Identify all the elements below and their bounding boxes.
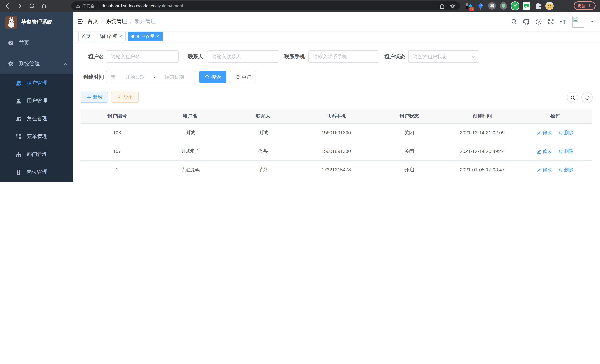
address-bar[interactable]: 不安全 dashboard.yudao.iocoder.cn/system/te… xyxy=(71,1,460,10)
gear-icon xyxy=(8,61,14,67)
cell-contact: 秃头 xyxy=(226,142,300,160)
help-icon[interactable] xyxy=(535,18,542,25)
contact-input[interactable] xyxy=(207,50,279,63)
header-search-icon[interactable] xyxy=(511,18,517,25)
tenant-name-label: 租户名 xyxy=(78,50,104,63)
breadcrumb-item-home[interactable]: 首页 xyxy=(88,18,98,25)
edit-link[interactable]: 修改 xyxy=(537,166,552,173)
sidebar-item-home[interactable]: 首页 xyxy=(0,33,74,53)
delete-link[interactable]: 删除 xyxy=(558,129,574,136)
add-button[interactable]: 新增 xyxy=(81,92,108,103)
extensions-puzzle-icon[interactable] xyxy=(534,1,543,10)
navbar-actions xyxy=(511,12,594,31)
browser-update-button[interactable]: 更新 ⋮ xyxy=(574,1,596,10)
app-logo-row[interactable]: 芋道管理系统 xyxy=(0,12,74,33)
reset-button[interactable]: 重置 xyxy=(230,71,256,83)
breadcrumb-item-system[interactable]: 系统管理 xyxy=(106,18,127,25)
edit-link[interactable]: 修改 xyxy=(537,129,552,136)
reload-icon[interactable] xyxy=(29,3,35,9)
cell-created: 2021-01-05 17:03:47 xyxy=(446,160,519,179)
user-avatar[interactable] xyxy=(572,15,584,28)
show-search-toggle-button[interactable] xyxy=(567,92,578,103)
back-icon[interactable] xyxy=(4,3,10,9)
cell-actions: 修改 删除 xyxy=(519,160,592,179)
avatar-caret-down-icon[interactable] xyxy=(590,20,594,23)
cell-status: 开启 xyxy=(373,160,446,179)
hamburger-icon[interactable] xyxy=(77,18,84,25)
extension-chat-icon[interactable] xyxy=(522,1,531,10)
bookmark-star-icon[interactable] xyxy=(450,3,455,9)
date-start-placeholder: 开始日期 xyxy=(118,74,152,80)
breadcrumb-separator: / xyxy=(130,19,132,25)
cell-mobile: 15601691300 xyxy=(300,123,373,142)
sidebar-item-dept[interactable]: 部门管理 xyxy=(0,145,74,163)
pencil-icon xyxy=(537,131,541,135)
cell-mobile: 17321315478 xyxy=(300,160,373,179)
github-icon[interactable] xyxy=(523,18,529,25)
extension-command-icon[interactable]: ⌘ xyxy=(488,1,497,10)
url-host: dashboard.yudao.iocoder.cn xyxy=(102,4,155,8)
search-icon xyxy=(570,95,575,100)
extension-dot-icon[interactable] xyxy=(499,1,508,10)
profile-avatar-icon[interactable] xyxy=(545,1,554,10)
forward-icon[interactable] xyxy=(17,3,23,9)
breadcrumb-separator: / xyxy=(101,19,103,25)
sidebar-item-menu[interactable]: 菜单管理 xyxy=(0,128,74,145)
extension-kite-icon[interactable] xyxy=(476,1,485,10)
edit-link[interactable]: 修改 xyxy=(537,148,552,155)
refresh-table-button[interactable] xyxy=(581,92,593,103)
extension-grid-icon[interactable]: 10 xyxy=(465,1,473,10)
cell-tenant-name: 芋道源码 xyxy=(154,160,227,179)
sidebar-item-user[interactable]: 用户管理 xyxy=(0,92,74,110)
not-secure-warning-icon xyxy=(76,3,81,8)
browser-toolbar: 不安全 dashboard.yudao.iocoder.cn/system/te… xyxy=(0,0,600,12)
delete-link[interactable]: 删除 xyxy=(558,148,574,155)
tab-home[interactable]: 首页 xyxy=(78,32,94,41)
mobile-input[interactable] xyxy=(308,50,379,63)
search-button[interactable]: 搜索 xyxy=(199,71,226,83)
roles-icon xyxy=(16,116,21,122)
home-icon[interactable] xyxy=(41,3,47,9)
date-separator: - xyxy=(154,74,156,80)
trash-icon xyxy=(558,149,563,153)
fullscreen-icon[interactable] xyxy=(548,18,554,25)
sidebar-item-post[interactable]: 岗位管理 xyxy=(0,163,74,181)
sidebar-item-role[interactable]: 角色管理 xyxy=(0,110,74,128)
tenant-name-input[interactable] xyxy=(106,50,179,63)
tab-close-icon[interactable]: ✕ xyxy=(119,34,122,38)
date-end-placeholder: 结束日期 xyxy=(158,74,191,80)
sidebar-item-system[interactable]: 系统管理 xyxy=(0,53,74,74)
svg-text:Y: Y xyxy=(513,3,516,9)
broken-image-icon xyxy=(573,16,579,22)
share-icon[interactable] xyxy=(439,3,445,9)
create-time-label: 创建时间 xyxy=(78,71,104,83)
export-button[interactable]: 导出 xyxy=(111,92,139,103)
status-select[interactable]: 请选择租户状态 xyxy=(408,50,479,63)
sidebar-submenu-system: 租户管理 用户管理 角色管理 菜单管理 部门管理 岗位管理 xyxy=(0,74,74,182)
table-row: 1 芋道源码 芋艿 17321315478 开启 2021-01-05 17:0… xyxy=(81,160,592,179)
tenant-table: 租户编号 租户名 联系人 联系手机 租户状态 创建时间 操作 108 测试 测试 xyxy=(81,109,592,179)
date-range-picker[interactable]: 开始日期 - 结束日期 xyxy=(106,71,195,83)
browser-menu-icon[interactable]: ⋮ xyxy=(588,3,592,8)
search-icon xyxy=(205,75,209,79)
tab-close-icon[interactable]: ✕ xyxy=(156,34,159,38)
sidebar-item-tenant[interactable]: 租户管理 xyxy=(0,74,74,92)
extension-badge: 10 xyxy=(469,7,474,11)
cell-tenant-name: 测试 xyxy=(154,123,227,142)
delete-link[interactable]: 删除 xyxy=(558,166,574,173)
omnibox-divider xyxy=(98,3,98,8)
cell-status: 关闭 xyxy=(373,123,446,142)
navbar: 首页 / 系统管理 / 租户管理 xyxy=(74,12,600,31)
font-size-icon[interactable] xyxy=(560,18,566,25)
status-label: 租户状态 xyxy=(378,50,405,63)
sidebar: 芋道管理系统 首页 系统管理 租户管理 用户管理 角色管理 xyxy=(0,12,74,182)
col-created: 创建时间 xyxy=(446,109,519,123)
sidebar-item-dict[interactable]: 字典管理 xyxy=(0,181,74,182)
tab-dept[interactable]: 部门管理 ✕ xyxy=(96,32,126,41)
cell-created: 2021-12-14 20:49:44 xyxy=(446,142,519,160)
download-icon xyxy=(117,95,122,100)
active-tab-dot xyxy=(131,35,134,38)
tab-tenant[interactable]: 租户管理 ✕ xyxy=(128,32,162,41)
app-logo xyxy=(5,16,18,28)
extension-y-icon[interactable]: Y xyxy=(511,1,519,10)
